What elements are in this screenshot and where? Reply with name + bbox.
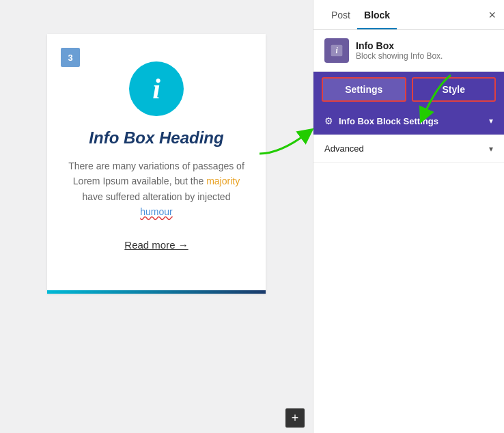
settings-accordion-title: Info Box Block Settings	[339, 116, 484, 126]
toggle-bar: Settings Style	[313, 72, 504, 107]
info-heading: Info Box Heading	[89, 128, 223, 148]
block-number-badge: 3	[61, 48, 80, 67]
body-text-2: have suffered alteration	[83, 191, 185, 202]
info-body: There are many variations of passages of…	[68, 158, 245, 220]
body-highlight-majority: majority	[206, 176, 240, 186]
block-name-label: Info Box	[356, 40, 443, 51]
block-info-text: Info Box Block showing Info Box.	[356, 40, 443, 61]
settings-toggle-button[interactable]: Settings	[322, 77, 406, 102]
info-icon-circle: i	[129, 61, 184, 116]
infobox-block-icon: i	[330, 44, 344, 57]
read-more-link[interactable]: Read more →	[124, 239, 188, 251]
chevron-down-icon: ▾	[489, 116, 493, 126]
sidebar: Post Block × i Info Box Block showing In…	[313, 0, 504, 433]
body-text-3: by injected	[185, 191, 231, 202]
bottom-bar	[47, 290, 266, 294]
info-letter-i: i	[152, 74, 160, 103]
block-desc-label: Block showing Info Box.	[356, 51, 443, 61]
canvas-wrapper: 3 i Info Box Heading There are many vari…	[0, 14, 313, 294]
tab-block[interactable]: Block	[357, 1, 397, 29]
tab-post[interactable]: Post	[324, 1, 357, 29]
settings-accordion: ⚙ Info Box Block Settings ▾	[313, 107, 504, 135]
sidebar-tabs: Post Block ×	[313, 0, 504, 30]
style-toggle-button[interactable]: Style	[412, 77, 496, 102]
body-highlight-humour: humour	[140, 206, 172, 217]
settings-accordion-header[interactable]: ⚙ Info Box Block Settings ▾	[313, 107, 504, 135]
block-card: 3 i Info Box Heading There are many vari…	[47, 34, 266, 294]
gear-icon: ⚙	[324, 115, 333, 126]
block-info-row: i Info Box Block showing Info Box.	[313, 30, 504, 72]
block-icon-box: i	[324, 38, 349, 63]
advanced-accordion-header[interactable]: Advanced ▾	[313, 135, 504, 162]
advanced-accordion: Advanced ▾	[313, 135, 504, 163]
editor-area: 3 i Info Box Heading There are many vari…	[0, 0, 313, 433]
advanced-chevron-icon: ▾	[489, 144, 493, 154]
add-block-button[interactable]: +	[285, 408, 305, 428]
advanced-accordion-title: Advanced	[324, 143, 364, 154]
close-button[interactable]: ×	[488, 9, 496, 21]
